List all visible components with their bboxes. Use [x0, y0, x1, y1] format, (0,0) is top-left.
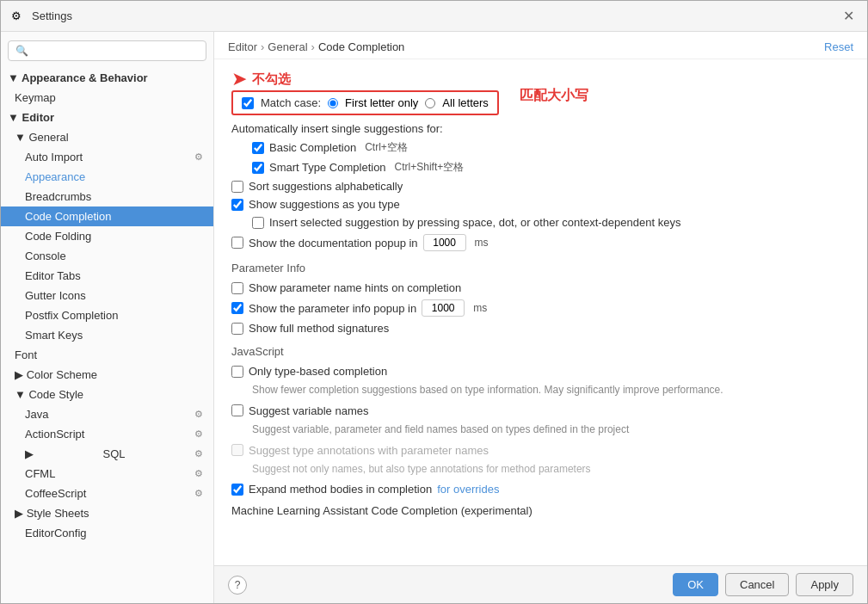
- expand-icon: ▼: [15, 388, 28, 401]
- type-annotations-checkbox[interactable]: [231, 444, 243, 456]
- sidebar-item-gutter-icons[interactable]: Gutter Icons: [1, 286, 213, 305]
- settings-content: ➤ 不勾选 Match case: First letter only All …: [214, 59, 867, 565]
- annotation-right-text: 匹配大小写: [520, 88, 588, 102]
- sidebar-item-editor[interactable]: ▼ Editor: [1, 108, 213, 127]
- sidebar-item-code-style[interactable]: ▼ Code Style: [1, 385, 213, 404]
- breadcrumb-current: Code Completion: [318, 40, 404, 53]
- param-info-header: Parameter Info: [231, 262, 850, 274]
- main-panel: Editor › General › Code Completion Reset…: [214, 32, 867, 603]
- expand-icon: ▶: [15, 368, 27, 381]
- all-letters-radio[interactable]: [425, 98, 435, 108]
- annotation-block: ➤ 不勾选 Match case: First letter only All …: [231, 70, 850, 115]
- doc-popup-ms-input[interactable]: [423, 234, 466, 251]
- basic-completion-shortcut: Ctrl+空格: [365, 140, 408, 155]
- apply-button[interactable]: Apply: [796, 573, 853, 596]
- match-case-container: Match case: First letter only All letter…: [231, 90, 499, 115]
- auto-insert-text: Automatically insert single suggestions …: [231, 122, 443, 135]
- sidebar: ▼ Appearance & Behavior Keymap ▼ Editor …: [1, 32, 214, 603]
- show-suggestions-row: Show suggestions as you type: [231, 198, 850, 211]
- show-param-hints-row: Show parameter name hints on completion: [231, 281, 850, 294]
- annotation-right-block: 匹配大小写: [520, 70, 588, 105]
- arrow-annotation: ➤ 不勾选: [231, 70, 291, 89]
- expand-icon: ▼: [15, 131, 28, 144]
- smart-type-checkbox[interactable]: [252, 162, 264, 174]
- search-input[interactable]: [8, 40, 206, 61]
- first-letter-label: First letter only: [345, 96, 418, 109]
- auto-insert-label: Automatically insert single suggestions …: [231, 122, 850, 135]
- cancel-button[interactable]: Cancel: [725, 573, 789, 596]
- show-param-popup-label: Show the parameter info popup in: [249, 302, 416, 315]
- basic-completion-checkbox[interactable]: [252, 142, 264, 154]
- smart-type-label: Smart Type Completion: [269, 161, 386, 174]
- show-full-method-checkbox[interactable]: [231, 323, 243, 335]
- sidebar-item-sql[interactable]: ▶ SQL ⚙: [1, 444, 213, 464]
- sidebar-item-editor-tabs[interactable]: Editor Tabs: [1, 266, 213, 286]
- show-param-hints-checkbox[interactable]: [231, 282, 243, 294]
- show-param-hints-label: Show parameter name hints on completion: [249, 281, 461, 294]
- close-button[interactable]: ✕: [843, 9, 857, 23]
- sidebar-item-console[interactable]: Console: [1, 246, 213, 266]
- sidebar-item-java[interactable]: Java ⚙: [1, 404, 213, 424]
- expand-method-label: Expand method bodies in completion: [249, 483, 432, 496]
- red-arrow-icon: ➤: [231, 70, 247, 89]
- show-full-method-row: Show full method signatures: [231, 322, 850, 335]
- expand-icon: ▶: [25, 447, 34, 460]
- match-case-checkbox[interactable]: [242, 97, 254, 109]
- type-annotations-desc: Suggest not only names, but also type an…: [231, 462, 850, 477]
- settings-icon: ⚙: [194, 409, 203, 420]
- insert-space-row: Insert selected suggestion by pressing s…: [231, 216, 850, 229]
- sidebar-item-code-folding[interactable]: Code Folding: [1, 226, 213, 246]
- doc-popup-ms-label: ms: [475, 237, 489, 249]
- expand-icon: ▶: [15, 507, 27, 520]
- sidebar-item-editorconfig[interactable]: EditorConfig: [1, 523, 213, 543]
- type-annotations-row: Suggest type annotations with parameter …: [231, 444, 850, 457]
- sort-alpha-checkbox[interactable]: [231, 181, 243, 193]
- show-suggestions-label: Show suggestions as you type: [249, 198, 400, 211]
- insert-space-checkbox[interactable]: [252, 217, 264, 229]
- type-based-checkbox[interactable]: [231, 366, 243, 378]
- sidebar-item-general[interactable]: ▼ General: [1, 127, 213, 147]
- suggest-var-checkbox[interactable]: [231, 404, 243, 416]
- suggest-var-desc: Suggest variable, parameter and field na…: [231, 422, 850, 437]
- type-annotations-label: Suggest type annotations with parameter …: [249, 444, 489, 457]
- sidebar-item-actionscript[interactable]: ActionScript ⚙: [1, 424, 213, 444]
- show-suggestions-checkbox[interactable]: [231, 199, 243, 211]
- expand-method-row: Expand method bodies in completion for o…: [231, 483, 850, 496]
- sidebar-item-color-scheme[interactable]: ▶ Color Scheme: [1, 365, 213, 385]
- settings-window: ⚙ Settings ✕ ▼ Appearance & Behavior Key…: [0, 0, 868, 604]
- reset-button[interactable]: Reset: [824, 40, 853, 53]
- sidebar-item-font[interactable]: Font: [1, 345, 213, 365]
- help-button[interactable]: ?: [228, 576, 247, 595]
- sidebar-item-appearance[interactable]: Appearance: [1, 167, 213, 187]
- show-doc-popup-row: Show the documentation popup in ms: [231, 234, 850, 251]
- sidebar-item-appearance-behavior[interactable]: ▼ Appearance & Behavior: [1, 68, 213, 88]
- sidebar-item-keymap[interactable]: Keymap: [1, 88, 213, 108]
- settings-icon: ⚙: [194, 488, 203, 499]
- ok-button[interactable]: OK: [673, 573, 718, 596]
- sidebar-item-auto-import[interactable]: Auto Import ⚙: [1, 147, 213, 167]
- first-letter-radio[interactable]: [328, 98, 338, 108]
- insert-space-label: Insert selected suggestion by pressing s…: [269, 216, 680, 229]
- breadcrumb-editor: Editor: [228, 40, 257, 53]
- sidebar-item-cfml[interactable]: CFML ⚙: [1, 464, 213, 484]
- show-param-popup-checkbox[interactable]: [231, 302, 243, 314]
- footer: ? OK Cancel Apply: [214, 565, 867, 603]
- sidebar-item-coffeescript[interactable]: CoffeeScript ⚙: [1, 484, 213, 503]
- sidebar-item-smart-keys[interactable]: Smart Keys: [1, 325, 213, 345]
- expand-method-checkbox[interactable]: [231, 484, 243, 496]
- match-case-label: Match case:: [261, 96, 321, 109]
- show-doc-checkbox[interactable]: [231, 237, 243, 249]
- sidebar-item-code-completion[interactable]: Code Completion: [1, 206, 213, 226]
- sidebar-item-postfix-completion[interactable]: Postfix Completion: [1, 305, 213, 325]
- sort-alpha-label: Sort suggestions alphabetically: [249, 180, 403, 193]
- sidebar-item-style-sheets[interactable]: ▶ Style Sheets: [1, 503, 213, 523]
- expand-icon: ▼: [8, 71, 22, 84]
- annotation-no-check-text: 不勾选: [252, 71, 291, 88]
- javascript-header: JavaScript: [231, 345, 850, 358]
- title-bar: ⚙ Settings ✕: [1, 1, 867, 32]
- type-based-desc: Show fewer completion suggestions based …: [231, 383, 850, 398]
- sidebar-item-breadcrumbs[interactable]: Breadcrumbs: [1, 187, 213, 206]
- main-content: ▼ Appearance & Behavior Keymap ▼ Editor …: [1, 32, 867, 603]
- param-popup-ms-input[interactable]: [422, 299, 465, 317]
- footer-left: ?: [228, 576, 247, 595]
